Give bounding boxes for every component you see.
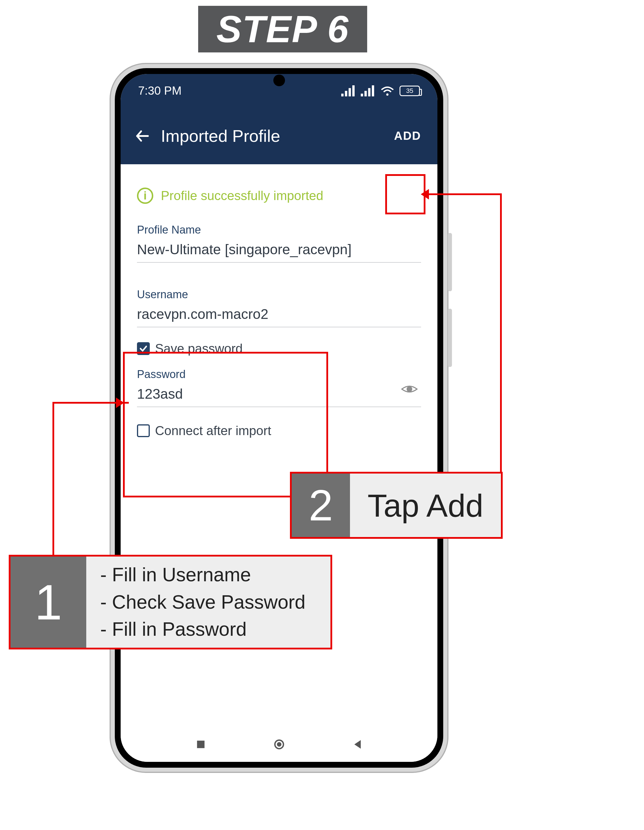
status-time: 7:30 PM: [138, 84, 182, 97]
svg-rect-0: [341, 93, 344, 96]
svg-point-12: [278, 743, 281, 746]
callout-2-text: Tap Add: [368, 487, 484, 524]
annotation-arrow-head: [116, 398, 124, 408]
connect-after-label: Connect after import: [155, 423, 271, 438]
svg-rect-7: [372, 86, 374, 97]
svg-rect-5: [364, 91, 366, 97]
username-input[interactable]: [137, 304, 421, 327]
android-nav-bar: [121, 727, 438, 762]
eye-icon[interactable]: [401, 383, 418, 395]
save-password-checkbox[interactable]: [137, 342, 150, 355]
step-banner: STEP 6: [198, 6, 367, 52]
callout-1-line: - Fill in Password: [100, 616, 316, 643]
back-button[interactable]: [132, 126, 153, 146]
save-password-row[interactable]: Save password: [137, 341, 421, 356]
callout-1-number: 1: [11, 556, 86, 648]
front-camera: [273, 74, 285, 86]
annotation-arrow: [426, 193, 502, 195]
connect-after-row[interactable]: Connect after import: [137, 423, 421, 438]
wifi-icon: [380, 86, 395, 97]
back-nav-icon[interactable]: [351, 738, 364, 751]
success-text: Profile successfully imported: [161, 188, 324, 203]
svg-rect-4: [361, 93, 363, 96]
svg-point-9: [407, 387, 412, 391]
signal-icon: [361, 86, 376, 97]
password-field: Password: [137, 368, 421, 407]
battery-icon: 35: [400, 86, 420, 96]
page-title: Imported Profile: [161, 126, 389, 146]
svg-rect-6: [368, 88, 370, 96]
annotation-arrow: [500, 193, 502, 482]
connect-after-checkbox[interactable]: [137, 425, 150, 437]
callout-2: 2 Tap Add: [290, 472, 503, 539]
app-bar: Imported Profile ADD: [121, 108, 438, 164]
profile-name-label: Profile Name: [137, 224, 421, 236]
phone-frame: 7:30 PM 35 Imported Profile ADD: [111, 64, 447, 772]
svg-rect-1: [345, 91, 347, 97]
callout-1-line: - Check Save Password: [100, 589, 316, 616]
signal-icon: [341, 86, 356, 97]
svg-point-8: [386, 93, 389, 95]
svg-rect-10: [197, 741, 205, 748]
save-password-label: Save password: [155, 341, 243, 356]
username-field: Username: [137, 288, 421, 327]
check-icon: [139, 344, 148, 353]
step-label: STEP 6: [216, 7, 349, 51]
success-message: i Profile successfully imported: [137, 188, 421, 204]
info-icon: i: [137, 188, 153, 204]
callout-1-line: - Fill in Username: [100, 561, 316, 589]
svg-rect-2: [349, 88, 351, 96]
callout-2-number: 2: [292, 474, 350, 537]
phone-side-button: [448, 309, 452, 367]
username-label: Username: [137, 288, 421, 301]
arrow-left-icon: [134, 128, 151, 144]
annotation-arrow-head: [421, 189, 429, 200]
add-button[interactable]: ADD: [389, 122, 426, 149]
password-label: Password: [137, 368, 421, 381]
recent-apps-icon[interactable]: [194, 738, 207, 751]
password-input[interactable]: [137, 384, 421, 407]
svg-rect-3: [352, 86, 355, 97]
callout-1: 1 - Fill in Username - Check Save Passwo…: [9, 555, 332, 649]
profile-name-input[interactable]: [137, 240, 421, 263]
phone-side-button: [448, 233, 452, 291]
home-icon[interactable]: [273, 738, 286, 751]
profile-name-field: Profile Name: [137, 224, 421, 263]
